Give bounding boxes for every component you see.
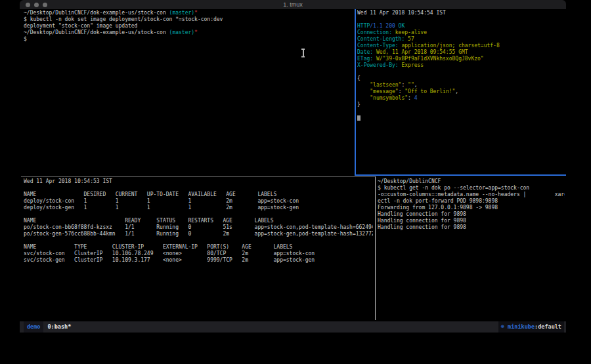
terminal-line: Wed 11 Apr 2018 10:54:53 IST xyxy=(24,178,373,185)
tmux-status-right: ☸ minikube:default xyxy=(498,321,564,333)
text-segment: deploy/stock-con 1 1 1 1 2m app=stock-co… xyxy=(24,198,299,204)
pane-divider-horizontal[interactable] xyxy=(21,176,375,177)
text-segment: ~/Desktop/DublinCNCF xyxy=(378,178,441,184)
terminal-line: svc/stock-gen ClusterIP 10.109.3.177 <no… xyxy=(24,257,373,264)
active-pane-border-horizontal[interactable] xyxy=(355,174,566,176)
text-segment: $ xyxy=(24,36,27,42)
mouse-ibeam-pointer-icon xyxy=(301,49,305,57)
text-segment: svc/stock-gen ClusterIP 10.109.3.177 <no… xyxy=(24,257,315,263)
text-segment: { xyxy=(357,75,361,81)
tmux-session-name: demo xyxy=(24,321,43,333)
pane-bottom-left-kubectl-get[interactable]: Wed 11 Apr 2018 10:54:53 IST NAME DESIRE… xyxy=(24,178,373,319)
terminal-line xyxy=(357,16,565,23)
terminal-window: 1. tmux ~/Desktop/DublinCNCF/dok-example… xyxy=(20,0,566,333)
terminal-line: Forwarding from 127.0.0.1:9898 -> 9898 xyxy=(378,205,565,211)
text-segment: 57 xyxy=(405,36,414,42)
terminal-line xyxy=(24,211,373,218)
text-segment: : xyxy=(408,95,414,101)
terminal-line: ~/Desktop/DublinCNCF/dok-example-us/stoc… xyxy=(24,30,353,36)
text-segment: "numsymbols" xyxy=(357,95,408,101)
pane-top-left-shell[interactable]: ~/Desktop/DublinCNCF/dok-example-us/stoc… xyxy=(24,10,353,172)
pane-top-right-http-response[interactable]: Wed 11 Apr 2018 10:54:54 IST HTTP/1.1 20… xyxy=(357,10,565,174)
terminal-line: { xyxy=(357,75,565,82)
text-segment: ectl -n dok port-forward POD 9898:9898 xyxy=(378,198,498,204)
terminal-line: deployment "stock-con" image updated xyxy=(24,23,353,30)
terminal-line: po/stock-con-bb68f88fd-kzsxz 1/1 Running… xyxy=(24,224,373,231)
terminal-line: -o=custom-columns=:metadata.name --no-he… xyxy=(378,192,565,198)
text-segment: Express xyxy=(399,62,424,68)
terminal-line: Content-Type: application/json; charset=… xyxy=(357,43,565,49)
pane-bottom-right-port-forward[interactable]: ~/Desktop/DublinCNCF$ kubectl get -n dok… xyxy=(378,178,565,319)
terminal-line: Wed 11 Apr 2018 10:54:54 IST xyxy=(357,10,565,16)
text-segment: Content-Length: xyxy=(357,36,405,42)
text-segment: NAME TYPE CLUSTER-IP EXTERNAL-IP PORT(S)… xyxy=(24,244,292,250)
terminal-line: Handling connection for 9898 xyxy=(378,218,565,224)
terminal-line: "numsymbols": 4 xyxy=(357,95,565,102)
kube-context-label: minikube xyxy=(508,323,535,330)
text-segment: deployment "stock-con" image updated xyxy=(24,23,137,29)
text-segment: * xyxy=(194,30,198,35)
text-segment: NAME DESIRED CURRENT UP-TO-DATE AVAILABL… xyxy=(24,192,276,197)
text-segment: (master) xyxy=(169,10,195,16)
text-segment: po/stock-gen-576cc688bb-44kmn 1/1 Runnin… xyxy=(24,231,373,237)
text-segment: 4 xyxy=(414,95,418,101)
text-segment: -o=custom-columns=:metadata.name --no-he… xyxy=(378,192,565,197)
window-title: 1. tmux xyxy=(20,0,566,9)
text-segment: Wed 11 Apr 2018 10:54:54 IST xyxy=(357,10,446,16)
text-segment: Handling connection for 9898 xyxy=(378,218,466,224)
window-titlebar[interactable]: 1. tmux xyxy=(20,0,566,9)
text-segment: , xyxy=(455,89,458,94)
text-segment: /1.1 200 xyxy=(370,23,395,29)
text-segment: Handling connection for 9898 xyxy=(378,224,466,230)
terminal-line: $ xyxy=(24,36,353,43)
terminal-line: Date: Wed, 11 Apr 2018 09:54:55 GMT xyxy=(357,49,565,56)
terminal-line: X-Powered-By: Express xyxy=(357,62,565,69)
terminal-line xyxy=(357,69,565,75)
active-pane-border-vertical[interactable] xyxy=(355,9,356,176)
text-segment: ~/Desktop/DublinCNCF/dok-example-us/stoc… xyxy=(24,10,169,16)
minimize-button[interactable] xyxy=(34,3,39,7)
text-segment: Handling connection for 9898 xyxy=(378,211,466,217)
text-segment: po/stock-con-bb68f88fd-kzsxz 1/1 Running… xyxy=(24,224,373,230)
text-segment: deploy/stock-gen 1 1 1 1 2m app=stock-ge… xyxy=(24,205,299,211)
text-segment: Wed 11 Apr 2018 10:54:53 IST xyxy=(24,178,112,184)
terminal-line: Connection: keep-alive xyxy=(357,30,565,36)
terminal-line: HTTP/1.1 200 OK xyxy=(357,23,565,30)
terminal-line: $ kubectl get -n dok po --selector=app=s… xyxy=(378,185,565,192)
text-segment: svc/stock-con ClusterIP 10.106.78.249 <n… xyxy=(24,251,315,256)
terminal-line: ~/Desktop/DublinCNCF xyxy=(378,178,565,185)
kubernetes-wheel-icon: ☸ xyxy=(501,323,504,330)
text-segment: * xyxy=(194,10,198,16)
text-segment: (master) xyxy=(169,30,195,35)
text-segment: Forwarding from 127.0.0.1:9898 -> 9898 xyxy=(378,205,498,211)
traffic-lights xyxy=(26,3,47,7)
terminal-line xyxy=(24,237,373,244)
text-segment: "lastseen" xyxy=(357,82,401,88)
text-segment: : xyxy=(401,82,408,88)
terminal-line: deploy/stock-con 1 1 1 1 2m app=stock-co… xyxy=(24,198,373,205)
text-segment: Content-Type: xyxy=(357,43,399,49)
text-segment: HTTP xyxy=(357,23,370,29)
text-segment: , xyxy=(414,82,418,88)
text-segment: keep-alive xyxy=(392,30,427,35)
text-segment: $ kubectl get -n dok po --selector=app=s… xyxy=(378,185,529,191)
text-segment: ~/Desktop/DublinCNCF/dok-example-us/stoc… xyxy=(24,30,169,35)
kube-namespace-label: :default xyxy=(535,323,561,330)
terminal-line: ~/Desktop/DublinCNCF/dok-example-us/stoc… xyxy=(24,10,353,16)
text-segment: $ kubectl -n dok set image deployment/st… xyxy=(24,16,223,22)
pane-divider-vertical[interactable] xyxy=(375,176,376,320)
terminal-line: Content-Length: 57 xyxy=(357,36,565,43)
tmux-window-tab[interactable]: 0:bash* xyxy=(47,321,71,333)
terminal-line: po/stock-gen-576cc688bb-44kmn 1/1 Runnin… xyxy=(24,231,373,237)
tmux-status-bar: demo 0:bash* ☸ minikube:default xyxy=(20,321,566,333)
terminal-line xyxy=(24,185,373,192)
text-segment: Wed, 11 Apr 2018 09:54:55 GMT xyxy=(373,49,468,55)
terminal-line xyxy=(357,108,565,115)
text-segment: "message" xyxy=(357,89,399,94)
text-segment: W/"39-0xBPf9aF1dXVNkhsxoBQgJ8vKzo" xyxy=(373,56,484,62)
terminal-line: Handling connection for 9898 xyxy=(378,224,565,231)
close-button[interactable] xyxy=(26,3,30,7)
zoom-button[interactable] xyxy=(43,3,47,7)
text-segment: NAME READY STATUS RESTARTS AGE LABELS xyxy=(24,218,274,224)
terminal-line: NAME DESIRED CURRENT UP-TO-DATE AVAILABL… xyxy=(24,192,373,198)
